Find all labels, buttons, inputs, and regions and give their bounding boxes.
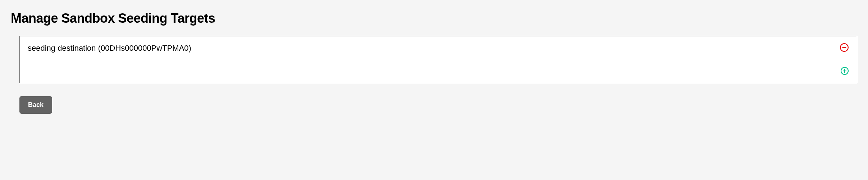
remove-icon xyxy=(840,43,849,53)
add-target-button[interactable] xyxy=(840,67,849,76)
add-icon xyxy=(840,67,849,76)
page-title: Manage Sandbox Seeding Targets xyxy=(11,11,857,26)
target-label: seeding destination (00DHs000000PwTPMA0) xyxy=(28,44,191,53)
target-row: seeding destination (00DHs000000PwTPMA0) xyxy=(20,36,857,60)
add-target-row xyxy=(20,60,857,83)
targets-list: seeding destination (00DHs000000PwTPMA0) xyxy=(19,36,857,83)
back-button[interactable]: Back xyxy=(19,96,52,114)
remove-target-button[interactable] xyxy=(840,43,849,53)
